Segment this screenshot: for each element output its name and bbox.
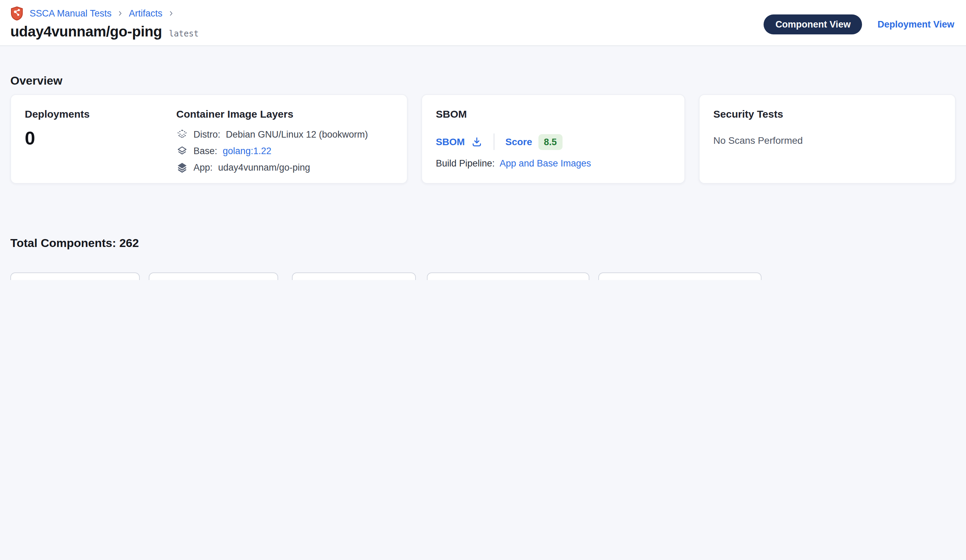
page: SSCA Manual Tests Artifacts uday4vunnam/… [0,0,966,280]
artifact-tag-badge: latest [169,29,199,39]
supplier-search [598,272,762,280]
app-value: uday4vunnam/go-ping [218,162,310,173]
sbom-score-row: SBOM Score 8.5 [436,133,670,150]
chevron-right-icon [117,10,124,17]
image-layer-filter-label: Image Layer [302,279,353,280]
sbom-card-title: SBOM [436,109,670,120]
component-view-button[interactable]: Component View [764,15,863,34]
build-pipeline-link[interactable]: App and Base Images [499,158,591,169]
base-layer-item: Base: golang:1.22 [176,145,393,157]
security-tests-title: Security Tests [713,109,941,120]
overview-heading: Overview [10,74,956,88]
base-image-link[interactable]: golang:1.22 [223,146,271,156]
page-title: uday4vunnam/go-ping [10,23,162,40]
deployments-count: 0 [25,128,176,149]
layer-list: Distro: Debian GNU/Linux 12 (bookworm) B… [176,129,393,174]
distro-value: Debian GNU/Linux 12 (bookworm) [226,129,368,140]
sbom-score-badge: 8.5 [539,134,562,150]
build-pipeline-row: Build Pipeline: App and Base Images [436,158,670,169]
filters-bar: Component License Image Layer [10,272,956,280]
container-image-layers-title: Container Image Layers [176,109,393,120]
security-tests-status: No Scans Performed [713,135,941,146]
component-filter-label: Component [20,279,68,280]
app-layer-icon [176,162,188,174]
distro-layer-item: Distro: Debian GNU/Linux 12 (bookworm) [176,129,393,140]
search-icon [436,280,445,280]
breadcrumb-link-artifacts[interactable]: Artifacts [129,8,163,18]
vertical-divider [494,133,495,150]
container-image-layers-block: Container Image Layers Distro: Debian GN… [176,109,393,169]
deployment-view-button[interactable]: Deployment View [877,19,954,29]
license-filter-label: License [158,279,191,280]
distro-label: Distro: [194,129,220,140]
view-toggle: Component View Deployment View [764,15,954,34]
sbom-download-link[interactable]: SBOM [436,136,483,147]
component-filter-dropdown[interactable]: Component [10,272,140,280]
deployments-label: Deployments [25,109,176,120]
sbom-card: SBOM SBOM Score 8.5 Build Pipeline: App … [421,94,685,184]
image-layer-filter-dropdown[interactable]: Image Layer [292,272,416,280]
package-manager-search-input[interactable] [451,279,580,280]
overview-cards: Deployments 0 Container Image Layers Dis… [10,94,956,184]
deployments-and-layers-card: Deployments 0 Container Image Layers Dis… [10,94,407,184]
breadcrumb-link-project[interactable]: SSCA Manual Tests [30,8,112,18]
search-icon [607,280,617,280]
deployments-block: Deployments 0 [25,109,176,169]
chevron-right-icon [167,10,175,17]
base-layer-icon [176,145,188,157]
build-pipeline-label: Build Pipeline: [436,158,495,169]
security-tests-card: Security Tests No Scans Performed [699,94,956,184]
ssca-shield-logo-icon [10,6,23,21]
sbom-score-label: Score [505,136,532,147]
license-filter-dropdown[interactable]: License [149,272,278,280]
package-manager-search [427,272,590,280]
main-content: Overview Deployments 0 Container Image L… [0,74,966,280]
distro-layer-icon [176,129,188,140]
download-icon[interactable] [471,136,483,147]
total-components-heading: Total Components: 262 [10,236,956,251]
base-label: Base: [194,146,217,156]
page-header: SSCA Manual Tests Artifacts uday4vunnam/… [0,0,966,46]
app-layer-item: App: uday4vunnam/go-ping [176,162,393,174]
supplier-search-input[interactable] [623,279,752,280]
sbom-download-label: SBOM [436,136,465,147]
app-label: App: [194,162,213,173]
